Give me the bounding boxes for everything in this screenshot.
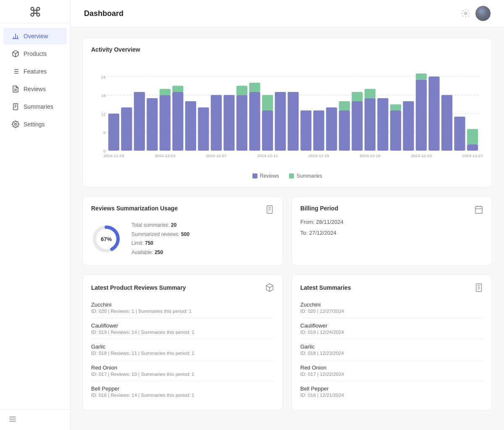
- list-item: Garlic ID: 018 | 12/23/2024: [300, 339, 483, 360]
- document-list-icon: [474, 283, 483, 292]
- gear-icon[interactable]: [461, 9, 470, 18]
- available-row: Available: 250: [131, 248, 189, 257]
- list-item-name: Bell Pepper: [91, 385, 274, 392]
- sidebar-label-summaries: Summaries: [24, 103, 53, 110]
- page-content: Activity Overview 061218242024-11-292024…: [71, 27, 504, 421]
- legend-summaries: Summaries: [289, 173, 322, 179]
- menu-icon[interactable]: [8, 415, 17, 423]
- svg-text:2024-12-03: 2024-12-03: [155, 153, 175, 158]
- svg-rect-67: [365, 98, 375, 151]
- calendar-icon: [474, 205, 483, 214]
- svg-rect-77: [454, 117, 465, 151]
- list-item: Red Onion ID: 017 | Reviews: 10 | Summar…: [91, 360, 274, 381]
- svg-rect-41: [121, 108, 132, 151]
- list-item-name: Garlic: [300, 343, 483, 350]
- svg-rect-43: [147, 98, 158, 151]
- svg-text:2024-12-27: 2024-12-27: [462, 153, 483, 158]
- latest-summaries-list: Zucchini ID: 020 | 12/27/2024 Cauliflowe…: [300, 297, 483, 402]
- svg-point-21: [465, 12, 467, 15]
- legend-reviews: Reviews: [252, 173, 279, 179]
- svg-rect-76: [441, 95, 452, 150]
- list-item: Zucchini ID: 020 | Reviews: 1 | Summarie…: [91, 297, 274, 318]
- billing-to-row: To: 27/12/2024: [300, 228, 483, 239]
- list-item-sub: ID: 019 | 12/24/2024: [300, 330, 483, 335]
- svg-text:2024-12-07: 2024-12-07: [206, 153, 226, 158]
- svg-rect-52: [236, 95, 247, 150]
- billing-to-value: 27/12/2024: [309, 230, 336, 236]
- svg-rect-45: [160, 89, 171, 95]
- available-value: 250: [155, 249, 163, 255]
- svg-rect-62: [326, 108, 337, 151]
- sidebar-item-products[interactable]: Products: [3, 45, 67, 62]
- reviews-legend-dot: [252, 173, 257, 178]
- svg-text:2024-12-23: 2024-12-23: [411, 153, 431, 158]
- document-icon: [265, 205, 274, 214]
- sidebar-nav: Overview Products Features Reviews Summa…: [0, 24, 70, 409]
- usage-header: Reviews Summarization Usage: [91, 205, 274, 214]
- chart-bar-icon: [12, 32, 19, 40]
- sidebar-label-reviews: Reviews: [24, 86, 46, 92]
- svg-rect-49: [198, 108, 209, 151]
- billing-card: Billing Period From: 28/11/2024 To: 27/1…: [291, 196, 492, 266]
- list-item-name: Red Onion: [300, 364, 483, 371]
- svg-text:2024-12-19: 2024-12-19: [360, 153, 380, 158]
- summarized-reviews-row: Summarized reviews: 500: [131, 230, 189, 239]
- sidebar-item-settings[interactable]: Settings: [3, 116, 67, 133]
- svg-text:18: 18: [101, 93, 106, 98]
- svg-text:12: 12: [101, 112, 106, 116]
- svg-text:2024-11-29: 2024-11-29: [103, 153, 124, 158]
- list-item: Red Onion ID: 017 | 12/22/2024: [300, 360, 483, 381]
- svg-rect-42: [134, 92, 145, 151]
- list-item-sub: ID: 020 | Reviews: 1 | Summaries this pe…: [91, 309, 274, 314]
- list-item: Zucchini ID: 020 | 12/27/2024: [300, 297, 483, 318]
- bar-chart-svg: 061218242024-11-292024-12-032024-12-0720…: [91, 60, 483, 169]
- svg-rect-56: [262, 110, 273, 151]
- svg-rect-74: [416, 73, 427, 80]
- list-item-name: Red Onion: [91, 364, 274, 371]
- svg-rect-65: [352, 101, 362, 151]
- list-item: Cauliflower ID: 019 | Reviews: 14 | Summ…: [91, 318, 274, 339]
- activity-chart-card: Activity Overview 061218242024-11-292024…: [82, 37, 492, 188]
- svg-rect-78: [467, 144, 478, 151]
- sidebar-item-features[interactable]: Features: [3, 63, 67, 80]
- billing-title: Billing Period: [300, 205, 338, 212]
- svg-rect-58: [275, 92, 286, 151]
- svg-rect-53: [236, 86, 247, 95]
- page-header: Dashboard: [71, 0, 504, 27]
- list-item: Bell Pepper ID: 016 | 12/21/2024: [300, 381, 483, 402]
- header-actions: [461, 6, 491, 21]
- svg-rect-48: [185, 101, 196, 151]
- latest-summaries-card: Latest Summaries Zucchini ID: 020 | 12/2…: [291, 274, 492, 411]
- svg-rect-59: [288, 92, 299, 151]
- package-icon: [265, 283, 274, 292]
- chart-legend: Reviews Summaries: [91, 173, 483, 179]
- sidebar-label-overview: Overview: [24, 33, 48, 39]
- sidebar-item-reviews[interactable]: Reviews: [3, 81, 67, 97]
- svg-text:2024-12-15: 2024-12-15: [308, 153, 329, 158]
- svg-rect-72: [403, 101, 414, 151]
- svg-rect-63: [339, 110, 350, 151]
- product-reviews-list: Zucchini ID: 020 | Reviews: 1 | Summarie…: [91, 297, 274, 402]
- summaries-legend-label: Summaries: [297, 173, 322, 179]
- page-title: Dashboard: [84, 9, 123, 18]
- list-item-sub: ID: 019 | Reviews: 14 | Summaries this p…: [91, 330, 274, 335]
- summaries-legend-dot: [289, 173, 294, 178]
- file-text-icon: [12, 85, 19, 93]
- svg-rect-46: [172, 92, 183, 151]
- main-content: Dashboard Activity Overview 061218242024…: [71, 0, 504, 430]
- limit-row: Limit: 750: [131, 239, 189, 248]
- total-summaries-value: 20: [171, 222, 176, 228]
- command-icon: [29, 6, 41, 18]
- list-item-name: Zucchini: [91, 302, 274, 308]
- list-item: Cauliflower ID: 019 | 12/24/2024: [300, 318, 483, 339]
- svg-rect-51: [223, 95, 234, 150]
- svg-rect-44: [160, 95, 171, 150]
- svg-rect-68: [365, 89, 375, 98]
- billing-header: Billing Period: [300, 205, 483, 217]
- sidebar-item-summaries[interactable]: Summaries: [3, 98, 67, 115]
- sidebar-item-overview[interactable]: Overview: [3, 28, 67, 45]
- chart-area: 061218242024-11-292024-12-032024-12-0720…: [91, 60, 483, 169]
- user-avatar[interactable]: [475, 6, 491, 21]
- svg-rect-55: [249, 83, 260, 92]
- list-item-name: Bell Pepper: [300, 385, 483, 392]
